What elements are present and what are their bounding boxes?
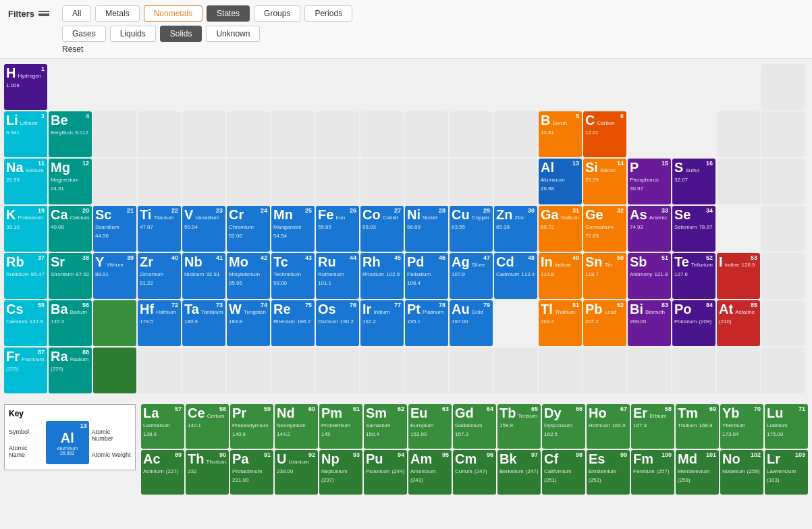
element-pd[interactable]: 46 Pd Palladium 106.4 — [405, 253, 448, 299]
element-zn[interactable]: 30 Zn Zinc 65.38 — [494, 206, 537, 252]
element-co[interactable]: 27 Co Cobalt 58.93 — [360, 206, 404, 252]
element-ca[interactable]: 20 Ca Calcium 40.08 — [49, 206, 92, 252]
element-es[interactable]: 99 Es Einsteinium (252) — [587, 450, 630, 495]
element-sc[interactable]: 21 Sc Scandium 44.96 — [93, 206, 136, 252]
element-tc[interactable]: 43 Tc Technetium 98.00 — [271, 253, 315, 299]
element-ag[interactable]: 47 Ag Silver 107.9 — [450, 253, 493, 299]
element-ba[interactable]: 56 Ba Barium 137.3 — [49, 300, 92, 346]
element-cu[interactable]: 29 Cu Copper 63.55 — [450, 206, 493, 252]
element-gd[interactable]: 64 Gd Gadolinium 157.3 — [453, 404, 496, 449]
element-ce[interactable]: 58 Ce Cerium 140.1 — [186, 404, 229, 449]
filter-periods-button[interactable]: Periods — [304, 5, 352, 22]
element-sr[interactable]: 38 Sr Strontium 87.62 — [49, 253, 92, 299]
element-re[interactable]: 75 Re Rhenium 186.2 — [271, 300, 315, 346]
element-dy[interactable]: 66 Dy Dysprosium 162.5 — [542, 404, 585, 449]
element-lr[interactable]: 103 Lr Lawrencium (103) — [765, 450, 808, 495]
element-la[interactable]: 57 La Lanthanum 138.9 — [141, 404, 184, 449]
element-rb[interactable]: 37 Rb Rubidium 85.47 — [4, 253, 47, 299]
element-cm[interactable]: 96 Cm Curium (247) — [453, 450, 496, 495]
filter-gases-button[interactable]: Gases — [62, 26, 106, 42]
element-po[interactable]: 84 Po Polonium (209) — [672, 300, 715, 346]
filter-liquids-button[interactable]: Liquids — [110, 26, 156, 42]
element-in[interactable]: 49 In Indium 114.8 — [539, 253, 582, 299]
element-yb[interactable]: 70 Yb Ytterbium 173.04 — [720, 404, 763, 449]
element-fr[interactable]: 87 Fr Francium (223) — [4, 347, 47, 393]
element-zr[interactable]: 40 Zr Zirconium 91.22 — [138, 253, 181, 299]
element-no[interactable]: 102 No Nobelium (259) — [720, 450, 763, 495]
element-ac[interactable]: 89 Ac Actinium (227) — [141, 450, 184, 495]
element-nb[interactable]: 41 Nb Niobium 92.91 — [182, 253, 225, 299]
filter-unknown-button[interactable]: Unknown — [206, 26, 260, 42]
element-na[interactable]: 11 Na Sodium 22.99 — [4, 159, 47, 204]
element-pr[interactable]: 59 Pr Praseodymium 140.9 — [230, 404, 273, 449]
element-cd[interactable]: 48 Cd Cadmium 112.4 — [494, 253, 537, 299]
element-ir[interactable]: 77 Ir Iridium 192.2 — [360, 300, 404, 346]
element-np[interactable]: 93 Np Neptunium (237) — [319, 450, 362, 495]
element-y[interactable]: 39 Y Yttrium 88.91 — [93, 253, 136, 299]
element-ru[interactable]: 44 Ru Ruthenium 101.1 — [316, 253, 359, 299]
element-eu[interactable]: 63 Eu Europium 152.00 — [408, 404, 452, 449]
element-os[interactable]: 76 Os Osmium 190.2 — [316, 300, 359, 346]
element-cr[interactable]: 24 Cr Chromium 52.00 — [227, 206, 270, 252]
element-at[interactable]: 85 At Astatine (210) — [717, 300, 760, 346]
element-c[interactable]: 6 C Carbon 12.01 — [583, 111, 626, 157]
element-tm[interactable]: 69 Tm Thulium 168.9 — [676, 404, 719, 449]
element-lu[interactable]: 71 Lu Lutetium 175.00 — [765, 404, 808, 449]
element-v[interactable]: 23 V Vanadium 50.94 — [182, 206, 225, 252]
element-ho[interactable]: 67 Ho Holmium 164.9 — [587, 404, 630, 449]
element-p[interactable]: 15 P Phosphorus 30.97 — [628, 159, 671, 204]
element-sb[interactable]: 51 Sb Antimony 121.8 — [628, 253, 671, 299]
element-al[interactable]: 13 Al Aluminum 26.98 — [539, 159, 582, 204]
element-ni[interactable]: 28 Ni Nickel 58.69 — [405, 206, 448, 252]
element-li[interactable]: 3 Li Lithium 6.941 — [4, 111, 47, 157]
filter-groups-button[interactable]: Groups — [254, 5, 300, 22]
element-w[interactable]: 74 W Tungsten 183.8 — [227, 300, 270, 346]
element-s[interactable]: 16 S Sulfur 32.07 — [672, 159, 715, 204]
element-pt[interactable]: 78 Pt Platinum 195.1 — [405, 300, 448, 346]
element-mn[interactable]: 25 Mn Manganese 54.94 — [271, 206, 315, 252]
element-k[interactable]: 19 K Potassium 39.10 — [4, 206, 47, 252]
element-tb[interactable]: 65 Tb Terbium 158.9 — [497, 404, 541, 449]
element-te[interactable]: 52 Te Tellurium 127.6 — [672, 253, 715, 299]
element-ga[interactable]: 31 Ga Gallium 69.72 — [539, 206, 582, 252]
element-se[interactable]: 34 Se Selenium 78.97 — [672, 206, 715, 252]
element-as[interactable]: 33 As Arsenic 74.92 — [628, 206, 671, 252]
element-bi[interactable]: 83 Bi Bismuth 209.00 — [628, 300, 671, 346]
element-cf[interactable]: 98 Cf Californium (251) — [542, 450, 585, 495]
reset-button[interactable]: Reset — [62, 45, 83, 54]
element-ra[interactable]: 88 Ra Radium (226) — [49, 347, 92, 393]
element-ta[interactable]: 73 Ta Tantalum 180.9 — [182, 300, 225, 346]
element-fe[interactable]: 26 Fe Iron 55.85 — [316, 206, 359, 252]
element-nd[interactable]: 60 Nd Neodymium 144.2 — [275, 404, 318, 449]
element-mg[interactable]: 12 Mg Magnesium 24.31 — [49, 159, 92, 204]
element-er[interactable]: 68 Er Erbium 167.3 — [631, 404, 674, 449]
element-ti[interactable]: 22 Ti Titanium 47.87 — [138, 206, 181, 252]
element-i[interactable]: 53 I Iodine 126.9 — [717, 253, 760, 299]
element-au[interactable]: 79 Au Gold 197.00 — [450, 300, 493, 346]
element-mo[interactable]: 42 Mo Molybdenum 95.95 — [227, 253, 270, 299]
element-sm[interactable]: 62 Sm Samarium 150.4 — [364, 404, 407, 449]
element-h[interactable]: 1 H Hydrogen 1.008 — [4, 64, 47, 110]
element-sn[interactable]: 50 Sn Tin 118.7 — [583, 253, 626, 299]
element-hf[interactable]: 72 Hf Hafnium 178.5 — [138, 300, 181, 346]
element-si[interactable]: 14 Si Silicon 28.09 — [583, 159, 626, 204]
element-am[interactable]: 95 Am Americium (243) — [408, 450, 452, 495]
element-b[interactable]: 5 B Boron 10.81 — [539, 111, 582, 157]
element-bk[interactable]: 97 Bk Berkelium (247) — [497, 450, 541, 495]
element-cs[interactable]: 55 Cs Caesium 132.9 — [4, 300, 47, 346]
filter-nonmetals-button[interactable]: Nonmetals — [144, 5, 202, 22]
filter-metals-button[interactable]: Metals — [95, 5, 139, 22]
filter-all-button[interactable]: All — [62, 5, 91, 22]
filter-states-button[interactable]: States — [207, 5, 250, 22]
element-u[interactable]: 92 U Uranium 238.00 — [275, 450, 318, 495]
element-fm[interactable]: 100 Fm Fermium (257) — [631, 450, 674, 495]
element-pm[interactable]: 61 Pm Promethium 145 — [319, 404, 362, 449]
element-rh[interactable]: 45 Rh Rhodium 102.9 — [360, 253, 404, 299]
element-th[interactable]: 90 Th Thorium 232 — [186, 450, 229, 495]
element-ge[interactable]: 32 Ge Germanium 72.63 — [583, 206, 626, 252]
element-pu[interactable]: 94 Pu Plutonium (244) — [364, 450, 407, 495]
element-tl[interactable]: 81 Tl Thallium 204.4 — [539, 300, 582, 346]
element-md[interactable]: 101 Md Mendelevium (258) — [676, 450, 719, 495]
element-be[interactable]: 4 Be Beryllium 9.012 — [49, 111, 92, 157]
filter-solids-button[interactable]: Solids — [160, 26, 202, 42]
